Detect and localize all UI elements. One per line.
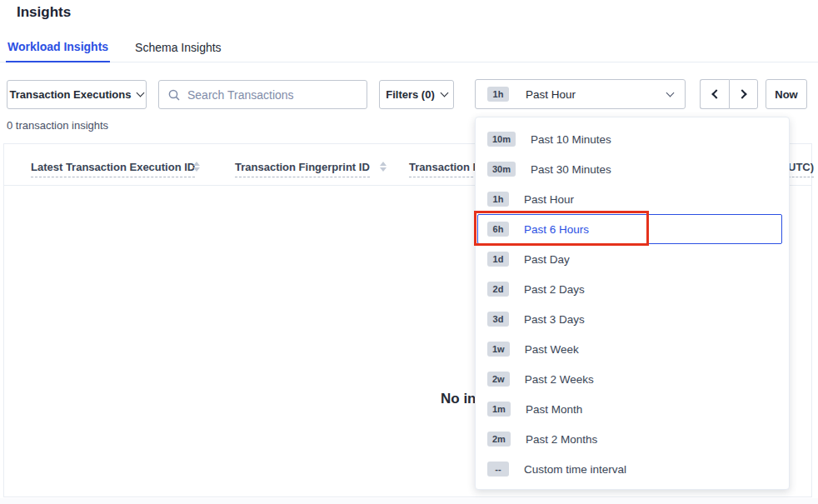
chevron-down-icon bbox=[666, 88, 675, 97]
next-time-button[interactable] bbox=[729, 79, 758, 109]
search-box[interactable] bbox=[158, 80, 367, 109]
sort-icon[interactable] bbox=[193, 162, 200, 172]
tabs-bar: Workload Insights Schema Insights bbox=[0, 33, 818, 62]
time-range-label: Past Hour bbox=[526, 88, 576, 101]
insights-page: Insights Workload Insights Schema Insigh… bbox=[0, 0, 818, 504]
column-header-latest-transaction-execution-id[interactable]: Latest Transaction Execution ID bbox=[31, 161, 195, 177]
chevron-down-icon bbox=[137, 89, 145, 97]
time-nav-group bbox=[700, 79, 758, 109]
time-badge: 2m bbox=[487, 432, 511, 447]
time-range-badge: 1h bbox=[487, 87, 509, 102]
now-button[interactable]: Now bbox=[766, 79, 807, 109]
chevron-left-icon bbox=[711, 89, 721, 98]
sort-desc-icon bbox=[193, 167, 200, 172]
sort-asc-icon bbox=[193, 162, 200, 166]
previous-time-button[interactable] bbox=[700, 79, 729, 109]
time-badge: 30m bbox=[487, 162, 516, 177]
page-title: Insights bbox=[17, 4, 71, 21]
time-badge: 1d bbox=[487, 252, 509, 267]
time-badge: 2d bbox=[487, 282, 509, 297]
time-badge: 1w bbox=[487, 342, 510, 357]
tab-workload-insights[interactable]: Workload Insights bbox=[6, 40, 110, 62]
bottom-divider bbox=[0, 498, 818, 504]
time-option-past-2-days[interactable]: 2d Past 2 Days bbox=[476, 274, 789, 304]
sort-asc-icon bbox=[380, 162, 387, 166]
time-badge: 1m bbox=[487, 402, 511, 417]
time-option-past-month[interactable]: 1m Past Month bbox=[476, 394, 789, 424]
time-option-past-hour[interactable]: 1h Past Hour bbox=[476, 184, 789, 214]
time-range-selector[interactable]: 1h Past Hour bbox=[475, 79, 686, 109]
time-range-dropdown: 10m Past 10 Minutes 30m Past 30 Minutes … bbox=[475, 117, 790, 490]
sort-desc-icon bbox=[380, 167, 387, 172]
sort-icon[interactable] bbox=[380, 162, 387, 172]
column-header-utc[interactable]: UTC) bbox=[788, 161, 814, 177]
search-icon bbox=[167, 88, 181, 102]
type-selector-button[interactable]: Transaction Executions bbox=[7, 80, 147, 109]
search-input[interactable] bbox=[187, 88, 358, 102]
column-header-transaction-fingerprint-id[interactable]: Transaction Fingerprint ID bbox=[235, 161, 370, 177]
time-option-past-2-weeks[interactable]: 2w Past 2 Weeks bbox=[476, 364, 789, 394]
time-badge: 3d bbox=[487, 312, 509, 327]
insight-count-text: 0 transaction insights bbox=[7, 119, 108, 132]
time-option-past-week[interactable]: 1w Past Week bbox=[476, 334, 789, 364]
tab-schema-insights[interactable]: Schema Insights bbox=[133, 41, 223, 62]
filters-label: Filters (0) bbox=[386, 88, 435, 101]
chevron-down-icon bbox=[440, 89, 448, 97]
chevron-right-icon bbox=[737, 89, 746, 98]
time-option-past-day[interactable]: 1d Past Day bbox=[476, 244, 789, 274]
type-selector-label: Transaction Executions bbox=[10, 88, 132, 101]
time-option-past-3-days[interactable]: 3d Past 3 Days bbox=[476, 304, 789, 334]
time-option-past-10-minutes[interactable]: 10m Past 10 Minutes bbox=[476, 124, 789, 154]
time-option-past-6-hours[interactable]: 6h Past 6 Hours bbox=[477, 214, 782, 244]
time-badge: 10m bbox=[487, 132, 516, 147]
time-option-past-30-minutes[interactable]: 30m Past 30 Minutes bbox=[476, 154, 789, 184]
time-badge: 1h bbox=[487, 192, 509, 207]
time-badge: -- bbox=[487, 462, 509, 477]
time-badge: 2w bbox=[487, 372, 510, 387]
time-option-past-2-months[interactable]: 2m Past 2 Months bbox=[476, 424, 789, 454]
filters-button[interactable]: Filters (0) bbox=[379, 80, 454, 109]
time-option-custom-interval[interactable]: -- Custom time interval bbox=[476, 454, 789, 484]
time-badge: 6h bbox=[487, 222, 509, 237]
